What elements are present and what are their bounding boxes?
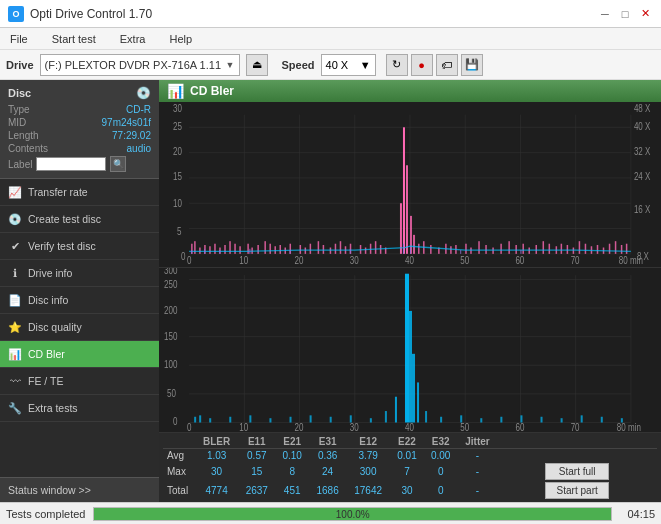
svg-rect-54 [279,245,281,254]
row-avg-e11: 0.57 [238,449,275,463]
extra-tests-icon: 🔧 [8,401,22,415]
svg-text:40 X: 40 X [634,121,651,132]
menu-start-test[interactable]: Start test [48,32,100,46]
svg-rect-75 [375,241,377,254]
speed-select[interactable]: 40 X ▼ [321,54,376,76]
row-max-e12: 300 [346,462,390,481]
row-total-e32: 0 [424,481,458,500]
label-input[interactable] [36,157,106,171]
sidebar-item-extra-tests[interactable]: 🔧 Extra tests [0,395,159,422]
svg-text:70: 70 [571,255,580,266]
menu-extra[interactable]: Extra [116,32,150,46]
svg-rect-62 [330,248,332,254]
col-header-jitter: Jitter [458,435,498,449]
data-table-section: BLER E11 E21 E31 E12 E22 E32 Jitter Avg [159,433,661,502]
svg-rect-154 [412,353,415,422]
burn-button[interactable]: ● [411,54,433,76]
disc-icon: 💿 [136,86,151,100]
svg-text:0: 0 [187,255,191,266]
svg-rect-175 [541,416,543,422]
svg-text:32 X: 32 X [634,146,651,157]
row-total-bler: 4774 [195,481,238,500]
svg-text:15: 15 [173,172,182,183]
row-avg-action1 [497,449,577,463]
row-max-e21: 8 [275,462,309,481]
sidebar-item-fe-te[interactable]: 〰 FE / TE [0,368,159,395]
disc-length-value: 77:29.02 [112,130,151,141]
titlebar: O Opti Drive Control 1.70 ─ □ ✕ [0,0,661,28]
row-avg-e22: 0.01 [390,449,424,463]
disc-type-label: Type [8,104,30,115]
create-test-disc-icon: 💿 [8,212,22,226]
menubar: File Start test Extra Help [0,28,661,50]
minimize-button[interactable]: ─ [597,6,613,22]
menu-help[interactable]: Help [165,32,196,46]
maximize-button[interactable]: □ [617,6,633,22]
svg-rect-91 [508,241,510,254]
speed-value: 40 X [326,59,349,71]
sidebar-item-drive-info-label: Drive info [28,267,72,279]
save-button[interactable]: 💾 [461,54,483,76]
start-part-button[interactable]: Start part [545,482,609,499]
disc-mid-label: MID [8,117,26,128]
start-full-button[interactable]: Start full [545,463,609,480]
sidebar-item-create-test-disc[interactable]: 💿 Create test disc [0,206,159,233]
sidebar-item-verify-test-disc[interactable]: ✔ Verify test disc [0,233,159,260]
bottom-chart: E12 E22 E32 Jitter [159,268,661,434]
svg-text:20: 20 [295,420,304,432]
charts-area: BLER E11 E21 E31 [159,102,661,433]
drive-value: (F:) PLEXTOR DVDR PX-716A 1.11 [45,59,221,71]
disc-mid-row: MID 97m24s01f [8,117,151,128]
svg-text:50: 50 [460,255,469,266]
row-max-e32: 0 [424,462,458,481]
svg-rect-173 [500,416,502,422]
progress-bar-container: 100.0% [93,507,612,521]
speed-dropdown-arrow: ▼ [360,59,371,71]
refresh-button[interactable]: ↻ [386,54,408,76]
svg-text:80 min: 80 min [619,255,643,266]
row-avg-e12: 3.79 [346,449,390,463]
table-row-avg: Avg 1.03 0.57 0.10 0.36 3.79 0.01 0.00 - [163,449,657,463]
right-panel: 📊 CD Bler BLER E11 E21 [159,80,661,502]
svg-rect-118 [410,248,411,254]
close-button[interactable]: ✕ [637,6,653,22]
svg-text:25: 25 [173,121,182,132]
svg-rect-63 [335,244,337,254]
start-full-cell: Start full [497,462,657,481]
menu-file[interactable]: File [6,32,32,46]
cd-bler-icon: 📊 [8,347,22,361]
sidebar-item-cd-bler[interactable]: 📊 CD Bler [0,341,159,368]
sidebar-item-drive-info[interactable]: ℹ Drive info [0,260,159,287]
row-max-label: Max [163,462,195,481]
svg-rect-78 [418,244,420,254]
sidebar-item-create-test-disc-label: Create test disc [28,213,101,225]
svg-rect-90 [500,244,502,254]
svg-rect-120 [520,250,521,254]
label-button[interactable]: 🏷 [436,54,458,76]
label-search-button[interactable]: 🔍 [110,156,126,172]
app-icon: O [8,6,24,22]
svg-text:40: 40 [405,255,414,266]
sidebar-item-transfer-rate[interactable]: 📈 Transfer rate [0,179,159,206]
svg-text:60: 60 [515,255,524,266]
col-header-e31: E31 [309,435,346,449]
svg-rect-68 [403,127,405,254]
svg-text:24 X: 24 X [634,172,651,183]
svg-rect-152 [405,273,409,422]
status-window-button[interactable]: Status window >> [0,477,159,502]
drivebar: Drive (F:) PLEXTOR DVDR PX-716A 1.11 ▼ ⏏… [0,50,661,80]
svg-rect-107 [609,244,611,254]
svg-rect-179 [621,418,623,422]
fe-te-icon: 〰 [8,374,22,388]
svg-rect-45 [229,241,231,254]
row-avg-e32: 0.00 [424,449,458,463]
drive-select[interactable]: (F:) PLEXTOR DVDR PX-716A 1.11 ▼ [40,54,240,76]
svg-text:10: 10 [173,198,182,209]
disc-quality-icon: ⭐ [8,320,22,334]
svg-rect-119 [460,250,461,254]
eject-button[interactable]: ⏏ [246,54,268,76]
row-avg-e31: 0.36 [309,449,346,463]
svg-text:10: 10 [239,420,248,432]
sidebar-item-disc-quality[interactable]: ⭐ Disc quality [0,314,159,341]
sidebar-item-disc-info[interactable]: 📄 Disc info [0,287,159,314]
